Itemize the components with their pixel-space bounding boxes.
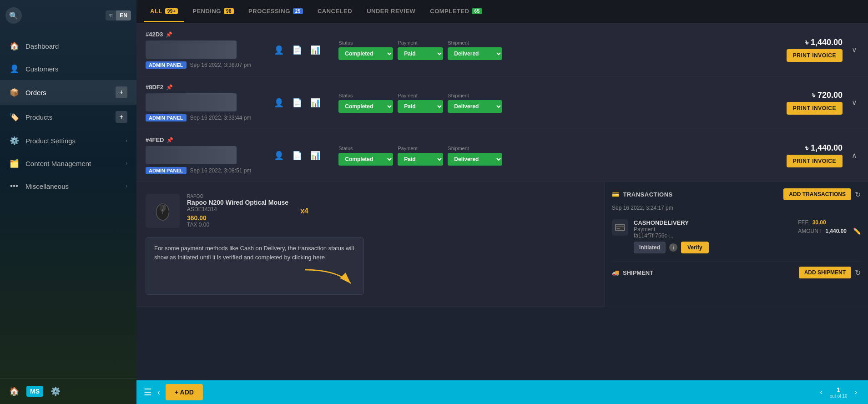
collapse-order-button[interactable]: ∧ (850, 149, 859, 162)
payment-group: Payment Paid (398, 40, 443, 60)
order-date: Sep 16 2022, 3:08:51 pm (190, 167, 252, 174)
svg-rect-7 (616, 224, 625, 231)
tab-all-label: ALL (150, 8, 162, 15)
expand-order-button[interactable]: ∨ (850, 44, 859, 56)
transaction-entry: CASHONDELIVERY Payment fa114f7f-756c-...… (612, 216, 861, 257)
order-date: Sep 16 2022, 3:38:07 pm (190, 62, 252, 68)
chart-icon[interactable]: 📊 (308, 43, 322, 57)
chart-icon[interactable]: 📊 (308, 149, 322, 162)
edit-icon[interactable]: ✏️ (853, 227, 861, 235)
settings-bottom-icon[interactable]: ⚙️ (50, 386, 61, 396)
order-tag: ADMIN PANEL (146, 167, 187, 174)
home-bottom-icon[interactable]: 🏠 (9, 386, 19, 396)
search-button[interactable]: 🔍 (5, 7, 22, 24)
order-action-icons: 👤 📄 📊 (272, 149, 322, 162)
product-image (146, 194, 180, 228)
sidebar-item-label: Product Settings (25, 137, 119, 145)
expanded-left-panel: rapoo Rapoo N200 Wired Optical Mouse ASD… (136, 182, 604, 307)
transaction-info: CASHONDELIVERY Payment fa114f7f-756c-...… (634, 219, 792, 253)
main-content: ALL 99+ PENDING 98 PROCESSING 25 CANCELE… (136, 0, 868, 404)
transactions-title: 💳 TRANSACTIONS (612, 191, 673, 198)
tab-processing-badge: 25 (293, 8, 303, 14)
prev-page-button[interactable]: ‹ (816, 386, 826, 398)
tooltip-text: For some payment methods like Cash on De… (154, 245, 354, 261)
tab-completed-label: COMPLETED (430, 8, 469, 15)
shipment-actions: ADD SHIPMENT ↻ (799, 267, 861, 278)
print-invoice-button[interactable]: PRINT INVOICE (787, 49, 843, 62)
ms-badge[interactable]: MS (26, 386, 43, 397)
payment-dropdown[interactable]: Paid (398, 100, 443, 113)
order-id-block: #42D3 📌 ADMIN PANEL Sep 16 2022, 3:38:07… (146, 31, 251, 69)
tab-canceled[interactable]: CANCELED (311, 1, 358, 22)
sidebar-item-miscellaneous[interactable]: ••• Miscellaneous › (0, 175, 136, 197)
fee-row: FEE 30.00 (798, 219, 861, 226)
expand-order-button[interactable]: ∨ (850, 96, 859, 109)
sidebar-item-customers[interactable]: 👤 Customers (0, 57, 136, 80)
refresh-shipment-button[interactable]: ↻ (855, 268, 861, 277)
print-invoice-button[interactable]: PRINT INVOICE (787, 155, 843, 167)
tab-pending-label: PENDING (192, 8, 221, 15)
document-icon[interactable]: 📄 (290, 43, 304, 57)
customer-icon[interactable]: 👤 (272, 96, 286, 110)
payment-dropdown[interactable]: Paid (398, 47, 443, 60)
lang-bn[interactable]: বা (106, 10, 116, 20)
order-row: #42D3 📌 ADMIN PANEL Sep 16 2022, 3:38:07… (136, 24, 868, 76)
initiated-button[interactable]: Initiated (634, 242, 666, 253)
status-label: Status (338, 93, 393, 98)
status-dropdown[interactable]: Completed (338, 47, 393, 60)
sidebar-item-label: Orders (25, 89, 109, 96)
tab-pending[interactable]: PENDING 98 (186, 1, 240, 22)
customer-icon[interactable]: 👤 (272, 43, 286, 57)
shipment-dropdown[interactable]: Delivered (448, 47, 502, 60)
transaction-amounts: FEE 30.00 AMOUNT 1,440.00 ✏️ (798, 219, 861, 235)
tab-under-review-label: UNDER REVIEW (367, 8, 415, 15)
sidebar-top: 🔍 বা EN (0, 0, 136, 31)
pagination: ‹ 1 out of 10 › (816, 386, 861, 399)
page-number: 1 (837, 386, 840, 394)
chart-icon[interactable]: 📊 (308, 96, 322, 110)
add-main-button[interactable]: + ADD (166, 384, 203, 400)
shipment-label: Shipment (448, 40, 502, 45)
document-icon[interactable]: 📄 (290, 96, 304, 110)
orders-add-button[interactable]: + (116, 86, 127, 98)
chevron-right-icon: › (126, 137, 127, 144)
payment-label: Payment (398, 146, 443, 151)
status-group: Status Completed (338, 40, 393, 60)
add-transactions-button[interactable]: ADD TRANSACTIONS (783, 188, 851, 200)
sidebar-item-orders[interactable]: 📦 Orders + (0, 80, 136, 105)
sidebar-bottom: 🏠 MS ⚙️ (0, 378, 136, 404)
tab-all[interactable]: ALL 99+ (144, 1, 184, 22)
status-dropdown[interactable]: Completed (338, 100, 393, 113)
tab-completed[interactable]: COMPLETED 65 (424, 1, 488, 22)
info-icon[interactable]: i (669, 243, 677, 252)
language-switcher[interactable]: বা EN (106, 10, 131, 20)
sidebar-item-product-settings[interactable]: ⚙️ Product Settings › (0, 129, 136, 152)
tab-processing[interactable]: PROCESSING 25 (242, 1, 309, 22)
sidebar-item-products[interactable]: 🏷️ Products + (0, 105, 136, 129)
payment-dropdown[interactable]: Paid (398, 153, 443, 166)
shipment-dropdown[interactable]: Delivered (448, 153, 502, 166)
add-shipment-button[interactable]: ADD SHIPMENT (799, 267, 851, 278)
status-dropdown[interactable]: Completed (338, 153, 393, 166)
document-icon[interactable]: 📄 (290, 149, 304, 162)
sidebar-item-content-management[interactable]: 🗂️ Content Management › (0, 152, 136, 175)
order-price-value: ৳ 720.00 (787, 91, 843, 100)
svg-rect-3 (160, 205, 162, 210)
products-add-button[interactable]: + (116, 111, 127, 123)
next-page-button[interactable]: › (851, 386, 861, 398)
tab-under-review[interactable]: UNDER REVIEW (360, 1, 422, 22)
print-invoice-button[interactable]: PRINT INVOICE (787, 102, 843, 115)
menu-icon[interactable]: ☰ (144, 387, 152, 398)
back-icon[interactable]: ‹ (157, 388, 160, 397)
sidebar-item-label: Products (25, 113, 109, 121)
svg-point-5 (162, 209, 164, 211)
verify-button[interactable]: Verify (681, 242, 709, 253)
sidebar-item-dashboard[interactable]: 🏠 Dashboard (0, 35, 136, 57)
tab-pending-badge: 98 (224, 8, 234, 14)
payment-id: fa114f7f-756c-... (634, 232, 792, 239)
customer-icon[interactable]: 👤 (272, 149, 286, 162)
refresh-transactions-button[interactable]: ↻ (855, 190, 861, 199)
shipment-dropdown[interactable]: Delivered (448, 100, 502, 113)
lang-en[interactable]: EN (116, 10, 131, 20)
order-expanded-section: rapoo Rapoo N200 Wired Optical Mouse ASD… (136, 182, 868, 307)
